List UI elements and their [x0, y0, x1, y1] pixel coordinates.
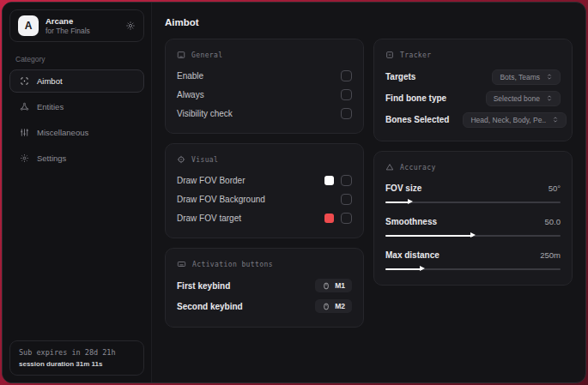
find-bone-type-dropdown[interactable]: Selected bone [486, 91, 561, 106]
fov-border-checkbox[interactable] [341, 175, 352, 186]
setting-row-smoothness: Smoothness 50.0 [385, 212, 561, 231]
page-title: Aimbot [165, 17, 573, 27]
up-down-arrows-icon [546, 94, 553, 102]
max-distance-value: 250m [540, 250, 561, 260]
sidebar-item-label: Miscellaneous [37, 128, 88, 137]
always-checkbox[interactable] [341, 89, 352, 100]
app-window: A Arcane for The Finals Category Aimbot [2, 2, 586, 383]
setting-row-fov-target: Draw FOV target [177, 208, 352, 227]
sidebar-item-label: Aimbot [37, 76, 63, 86]
left-column: General Enable Always Visibility check [165, 39, 364, 328]
entities-icon [20, 102, 29, 111]
fov-target-color-swatch[interactable] [324, 214, 334, 223]
up-down-arrows-icon [546, 73, 553, 81]
category-label: Category [15, 55, 138, 63]
app-name: Arcane [45, 16, 90, 27]
setting-row-second-keybind: Second keybind M2 [177, 296, 352, 316]
gear-icon[interactable] [125, 21, 136, 31]
eye-target-icon [177, 155, 185, 164]
mouse-icon [322, 282, 330, 290]
setting-row-first-keybind: First keybind M1 [177, 275, 352, 296]
fov-background-checkbox[interactable] [341, 194, 352, 205]
subscription-info: Sub expires in 28d 21h session duration … [9, 340, 144, 376]
sidebar-item-settings[interactable]: Settings [9, 147, 144, 170]
crosshair-icon [20, 76, 29, 86]
main-content: Aimbot General Enable Alw [152, 3, 585, 382]
smoothness-value: 50.0 [545, 217, 561, 226]
activation-buttons-card: Activation buttons First keybind M1 Seco… [165, 248, 364, 328]
setting-row-enable: Enable [177, 66, 352, 85]
tracker-card: Tracker Targets Bots, Teams Find bone ty… [373, 39, 573, 141]
app-logo: A [18, 15, 39, 36]
settings-gear-icon [20, 153, 29, 163]
setting-row-visibility-check: Visibility check [177, 104, 352, 123]
up-down-arrows-icon [552, 116, 559, 123]
session-duration-text: session duration 31m 11s [19, 360, 135, 368]
sidebar: A Arcane for The Finals Category Aimbot [3, 3, 152, 382]
mouse-icon [322, 303, 330, 310]
setting-row-fov-background: Draw FOV Background [177, 189, 352, 208]
sliders-icon [20, 128, 29, 137]
enable-checkbox[interactable] [341, 70, 352, 81]
accuracy-card: Accuracy FOV size 50° Smoothness 50.0 [373, 151, 573, 286]
setting-row-find-bone-type: Find bone type Selected bone [385, 87, 561, 109]
smoothness-slider[interactable] [385, 232, 561, 239]
setting-row-max-distance: Max distance 250m [385, 245, 561, 264]
tracker-frame-icon [385, 51, 394, 59]
card-title: Activation buttons [192, 261, 273, 268]
slider-thumb[interactable] [470, 232, 476, 238]
setting-row-targets: Targets Bots, Teams [385, 66, 561, 87]
visual-card: Visual Draw FOV Border Draw FOV Backgrou… [165, 143, 364, 238]
fov-size-slider[interactable] [385, 198, 561, 206]
sidebar-item-label: Settings [37, 153, 66, 163]
max-distance-slider[interactable] [385, 265, 561, 273]
first-keybind-button[interactable]: M1 [315, 279, 352, 292]
app-subtitle: for The Finals [45, 27, 90, 36]
bones-selected-dropdown[interactable]: Head, Neck, Body, Pe.. [463, 112, 567, 128]
second-keybind-button[interactable]: M2 [315, 299, 352, 313]
setting-row-fov-size: FOV size 50° [385, 178, 561, 197]
targets-dropdown[interactable]: Bots, Teams [492, 69, 561, 85]
card-title: Visual [191, 156, 218, 164]
card-title: Accuracy [400, 164, 436, 171]
sidebar-item-miscellaneous[interactable]: Miscellaneous [9, 121, 144, 144]
sidebar-item-entities[interactable]: Entities [9, 95, 144, 118]
fov-border-color-swatch[interactable] [324, 176, 334, 185]
setting-row-fov-border: Draw FOV Border [177, 171, 352, 189]
grid-icon [177, 51, 185, 59]
slider-thumb[interactable] [420, 266, 425, 271]
general-card: General Enable Always Visibility check [165, 39, 364, 134]
sidebar-nav: Aimbot Entities Miscellaneous Settings [9, 69, 144, 170]
slider-thumb[interactable] [408, 199, 413, 204]
brand-header: A Arcane for The Finals [9, 9, 144, 42]
card-title: Tracker [400, 51, 432, 59]
triangle-icon [385, 163, 394, 171]
right-column: Tracker Targets Bots, Teams Find bone ty… [373, 39, 573, 286]
visibility-check-checkbox[interactable] [341, 108, 352, 119]
setting-row-bones-selected: Bones Selected Head, Neck, Body, Pe.. [385, 109, 561, 130]
sidebar-item-aimbot[interactable]: Aimbot [9, 69, 144, 93]
sidebar-item-label: Entities [37, 102, 64, 111]
card-title: General [191, 51, 223, 59]
fov-target-checkbox[interactable] [341, 213, 352, 224]
sub-expiry-text: Sub expires in 28d 21h [19, 348, 135, 357]
fov-size-value: 50° [549, 183, 561, 193]
setting-row-always: Always [177, 85, 352, 104]
keyboard-icon [177, 260, 186, 268]
